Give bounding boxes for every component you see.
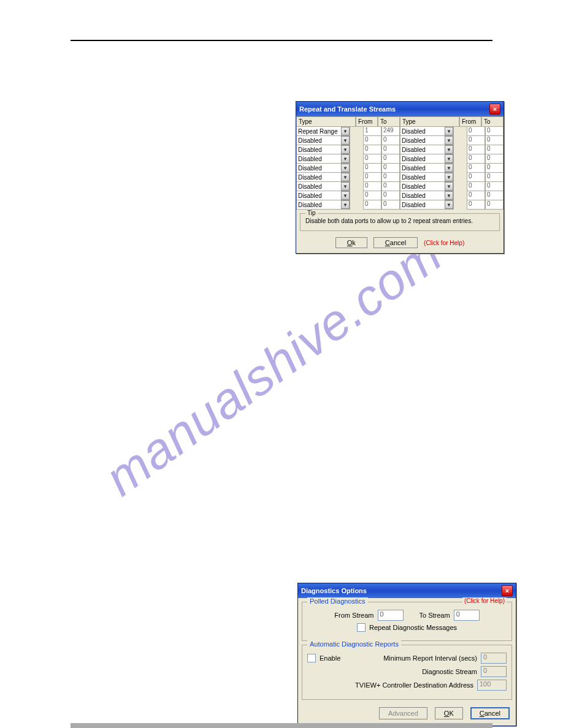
close-icon[interactable]: × bbox=[502, 585, 513, 596]
chevron-down-icon: ▼ bbox=[341, 191, 350, 200]
type-select[interactable]: Disabled▼ bbox=[296, 154, 350, 164]
chevron-down-icon: ▼ bbox=[341, 164, 350, 172]
type-select[interactable]: Disabled▼ bbox=[296, 181, 350, 191]
chevron-down-icon: ▼ bbox=[341, 136, 350, 145]
type-select[interactable]: Disabled▼ bbox=[296, 135, 350, 145]
number-input[interactable]: 0 bbox=[485, 172, 504, 182]
enable-checkbox[interactable] bbox=[307, 654, 316, 662]
number-input[interactable]: 0 bbox=[485, 154, 504, 164]
number-input[interactable]: 0 bbox=[467, 163, 485, 173]
number-input[interactable]: 0 bbox=[363, 172, 381, 182]
watermark-text: manualshive.com bbox=[94, 226, 453, 507]
number-input[interactable]: 0 bbox=[381, 154, 400, 164]
number-input[interactable]: 0 bbox=[363, 181, 381, 191]
cancel-button[interactable]: Cancel bbox=[373, 237, 418, 248]
tip-legend: Tip bbox=[305, 210, 318, 216]
dialog1-button-row: Ok Cancel (Click for Help) bbox=[296, 235, 504, 253]
number-input[interactable]: 1 bbox=[363, 126, 381, 136]
chevron-down-icon: ▼ bbox=[445, 191, 453, 200]
number-input[interactable]: 0 bbox=[381, 181, 400, 191]
from-stream-input[interactable]: 0 bbox=[378, 610, 404, 621]
number-input[interactable]: 0 bbox=[485, 200, 504, 210]
number-input[interactable]: 0 bbox=[381, 191, 400, 200]
number-input[interactable]: 0 bbox=[485, 145, 504, 154]
chevron-down-icon: ▼ bbox=[341, 200, 350, 209]
polled-diagnostics-group: Polled Diagnostics (Click for Help) From… bbox=[302, 602, 512, 641]
ok-button[interactable]: Ok bbox=[335, 237, 367, 248]
number-input[interactable]: 0 bbox=[381, 135, 400, 145]
type-select[interactable]: Disabled▼ bbox=[400, 191, 454, 200]
close-icon[interactable]: × bbox=[489, 104, 500, 115]
chevron-down-icon: ▼ bbox=[445, 182, 453, 191]
type-select[interactable]: Disabled▼ bbox=[400, 154, 454, 164]
to-stream-label: To Stream bbox=[419, 612, 450, 619]
enable-row: Enable Minimum Report Interval (secs) 0 bbox=[307, 653, 507, 664]
to-stream-input[interactable]: 0 bbox=[454, 610, 480, 621]
number-input[interactable]: 0 bbox=[363, 163, 381, 173]
number-input[interactable]: 0 bbox=[467, 181, 485, 191]
type-select[interactable]: Disabled▼ bbox=[296, 191, 350, 200]
tip-group: Tip Disable both data ports to allow up … bbox=[300, 213, 500, 231]
number-input[interactable]: 0 bbox=[381, 172, 400, 182]
chevron-down-icon: ▼ bbox=[445, 200, 453, 209]
tip-text: Disable both data ports to allow up to 2… bbox=[305, 218, 473, 224]
dialog2-button-row: Advanced OK Cancel bbox=[298, 703, 516, 726]
repeat-messages-label: Repeat Diagnostic Messages bbox=[369, 624, 457, 631]
number-input[interactable]: 0 bbox=[363, 154, 381, 164]
chevron-down-icon: ▼ bbox=[341, 145, 350, 154]
diag-stream-row: Diagnostic Stream 0 bbox=[307, 666, 507, 677]
number-input[interactable]: 0 bbox=[381, 200, 400, 210]
auto-legend: Automatic Diagnostic Reports bbox=[307, 640, 401, 648]
type-select[interactable]: Disabled▼ bbox=[400, 200, 454, 210]
number-input[interactable]: 0 bbox=[467, 191, 485, 200]
min-interval-label: Minimum Report Interval (secs) bbox=[344, 654, 477, 662]
number-input[interactable]: 0 bbox=[381, 145, 400, 154]
type-select[interactable]: Repeat Range▼ bbox=[296, 126, 350, 136]
footer-bar bbox=[71, 723, 492, 728]
type-select[interactable]: Disabled▼ bbox=[400, 163, 454, 173]
dest-addr-label: TVIEW+ Controller Destination Address bbox=[355, 681, 473, 689]
number-input[interactable]: 0 bbox=[467, 172, 485, 182]
number-input[interactable]: 0 bbox=[485, 163, 504, 173]
number-input[interactable]: 0 bbox=[363, 200, 381, 210]
dest-addr-input[interactable]: 100 bbox=[477, 680, 507, 691]
advanced-button[interactable]: Advanced bbox=[379, 707, 427, 719]
type-select[interactable]: Disabled▼ bbox=[296, 145, 350, 154]
help-link[interactable]: (Click for Help) bbox=[462, 597, 507, 604]
number-input[interactable]: 0 bbox=[485, 181, 504, 191]
min-interval-input[interactable]: 0 bbox=[481, 653, 507, 664]
chevron-down-icon: ▼ bbox=[341, 182, 350, 191]
number-input[interactable]: 0 bbox=[485, 135, 504, 145]
type-select[interactable]: Disabled▼ bbox=[296, 172, 350, 182]
type-select[interactable]: Disabled▼ bbox=[400, 172, 454, 182]
chevron-down-icon: ▼ bbox=[445, 164, 453, 172]
type-select[interactable]: Disabled▼ bbox=[296, 200, 350, 210]
chevron-down-icon: ▼ bbox=[341, 173, 350, 181]
number-input[interactable]: 0 bbox=[363, 145, 381, 154]
type-select[interactable]: Disabled▼ bbox=[400, 181, 454, 191]
dest-addr-row: TVIEW+ Controller Destination Address 10… bbox=[307, 680, 507, 691]
type-select[interactable]: Disabled▼ bbox=[296, 163, 350, 173]
type-select[interactable]: Disabled▼ bbox=[400, 145, 454, 154]
chevron-down-icon: ▼ bbox=[445, 154, 453, 163]
horizontal-rule bbox=[71, 40, 492, 41]
number-input[interactable]: 0 bbox=[363, 191, 381, 200]
number-input[interactable]: 0 bbox=[467, 145, 485, 154]
number-input[interactable]: 0 bbox=[485, 191, 504, 200]
number-input[interactable]: 0 bbox=[363, 135, 381, 145]
number-input[interactable]: 0 bbox=[467, 200, 485, 210]
number-input[interactable]: 0 bbox=[485, 126, 504, 136]
ok-button[interactable]: OK bbox=[435, 707, 463, 719]
chevron-down-icon: ▼ bbox=[445, 136, 453, 145]
repeat-messages-checkbox[interactable] bbox=[357, 623, 366, 632]
type-select[interactable]: Disabled▼ bbox=[400, 135, 454, 145]
diag-stream-input[interactable]: 0 bbox=[481, 666, 507, 677]
number-input[interactable]: 0 bbox=[467, 126, 485, 136]
cancel-button[interactable]: Cancel bbox=[470, 707, 510, 719]
number-input[interactable]: 249 bbox=[381, 126, 400, 136]
number-input[interactable]: 0 bbox=[467, 135, 485, 145]
type-select[interactable]: Disabled▼ bbox=[400, 126, 454, 136]
number-input[interactable]: 0 bbox=[467, 154, 485, 164]
number-input[interactable]: 0 bbox=[381, 163, 400, 173]
help-link[interactable]: (Click for Help) bbox=[424, 240, 464, 246]
